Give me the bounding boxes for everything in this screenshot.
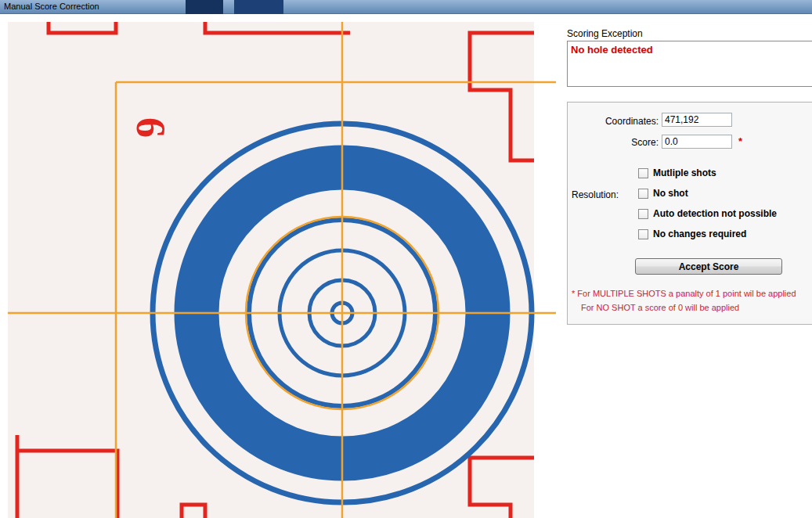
score-required-marker: * — [738, 135, 742, 147]
auto-detection-not-possible-checkbox[interactable] — [638, 209, 648, 219]
resolution-option-row: Mutliple shots — [638, 167, 716, 179]
window-title: Manual Score Correction — [4, 2, 99, 11]
titlebar-artifact — [186, 0, 223, 14]
score-correction-panel: Coordinates: Score: * Resolution: Mutlip… — [567, 102, 812, 325]
coordinates-label: Coordinates: — [568, 116, 659, 127]
no-changes-required-label: No changes required — [653, 228, 746, 239]
manual-score-correction-window: { "window": { "title": "Manual Score Cor… — [0, 0, 812, 518]
target-ring-number: 6 — [128, 117, 173, 138]
resolution-option-row: No changes required — [638, 228, 746, 240]
scoring-exception-label: Scoring Exception — [567, 28, 643, 39]
target-image-area[interactable]: 6 — [8, 22, 560, 518]
resolution-option-row: Auto detection not possible — [638, 207, 777, 220]
footnote-multiple-shots: * For MULTIPLE SHOTS a panalty of 1 poin… — [572, 289, 796, 298]
no-shot-checkbox[interactable] — [638, 189, 648, 199]
accept-score-button[interactable]: Accept Score — [635, 258, 782, 275]
coordinates-input[interactable] — [662, 113, 732, 127]
window-titlebar[interactable]: Manual Score Correction — [0, 0, 812, 14]
titlebar-artifact — [234, 0, 283, 14]
score-input[interactable] — [662, 135, 732, 149]
resolution-option-row: No shot — [638, 187, 688, 200]
exception-message: No hole detected — [571, 44, 810, 56]
no-changes-required-checkbox[interactable] — [638, 229, 648, 239]
footnote-no-shot: For NO SHOT a score of 0 will be applied — [581, 303, 739, 312]
multiple-shots-label: Mutliple shots — [653, 167, 716, 178]
multiple-shots-checkbox[interactable] — [638, 168, 648, 178]
auto-detection-not-possible-label: Auto detection not possible — [653, 208, 777, 219]
resolution-label: Resolution: — [572, 189, 619, 200]
score-label: Score: — [568, 137, 659, 148]
no-shot-label: No shot — [653, 188, 688, 199]
scoring-exception-box: No hole detected — [567, 41, 812, 87]
target-image[interactable]: 6 — [8, 22, 560, 518]
